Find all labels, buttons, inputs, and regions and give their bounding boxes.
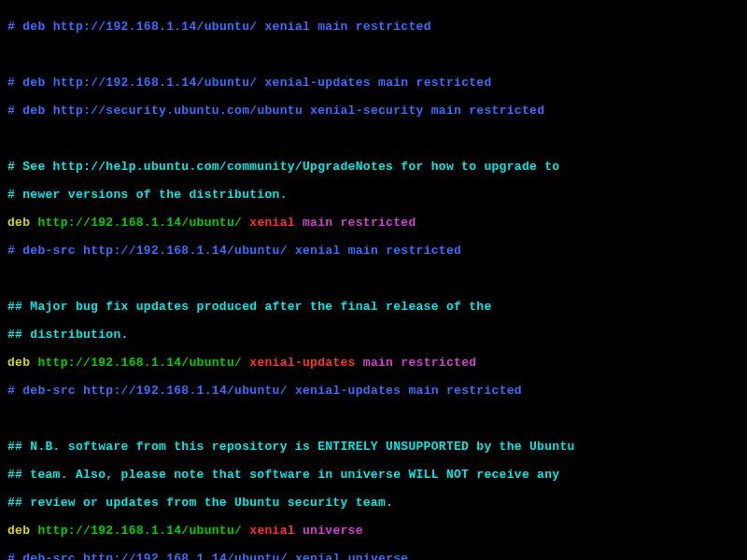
terminal-output: # deb http://192.168.1.14/ubuntu/ xenial… [0, 0, 747, 560]
